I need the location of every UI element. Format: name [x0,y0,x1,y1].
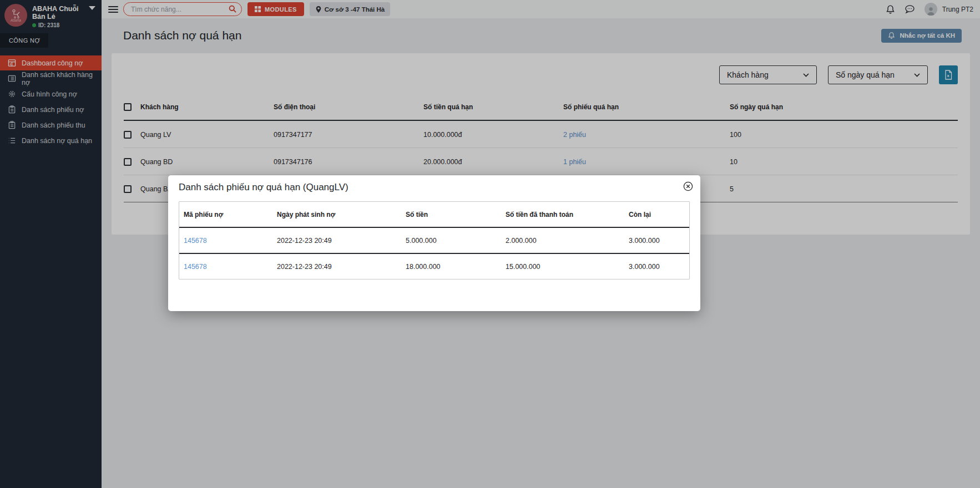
col-header-paid: Số tiền đã thanh toán [501,202,624,227]
receipt-code-link[interactable]: 145678 [184,237,207,245]
cell-amount: 18.000.000 [401,253,501,279]
receipt-code-link[interactable]: 145678 [184,263,207,271]
cell-date: 2022-12-23 20:49 [272,253,401,279]
col-header-date: Ngày phát sinh nợ [272,202,401,227]
overdue-receipts-table: Mã phiếu nợ Ngày phát sinh nợ Số tiền Số… [179,202,689,279]
cell-date: 2022-12-23 20:49 [272,227,401,253]
cell-remaining: 3.000.000 [624,253,689,279]
modal-header-row: Mã phiếu nợ Ngày phát sinh nợ Số tiền Số… [179,202,689,227]
modal-table-row: 145678 2022-12-23 20:49 18.000.000 15.00… [179,253,689,279]
col-header-remaining: Còn lại [624,202,689,227]
col-header-receipt-code: Mã phiếu nợ [179,202,272,227]
app-root: Abaha ABAHA Chuỗi Bán Lẻ ID: 2318 CÔNG N… [0,0,980,488]
modal-title: Danh sách phiếu nợ quá hạn (QuangLV) [179,182,690,193]
modal-table-row: 145678 2022-12-23 20:49 5.000.000 2.000.… [179,227,689,253]
cell-paid: 15.000.000 [501,253,624,279]
cell-amount: 5.000.000 [401,227,501,253]
cell-paid: 2.000.000 [501,227,624,253]
overdue-receipts-modal: Danh sách phiếu nợ quá hạn (QuangLV) Mã … [168,175,700,311]
col-header-amount: Số tiền [401,202,501,227]
cell-remaining: 3.000.000 [624,227,689,253]
modal-table-container: Mã phiếu nợ Ngày phát sinh nợ Số tiền Số… [179,201,690,279]
modal-close-icon[interactable] [683,181,693,191]
